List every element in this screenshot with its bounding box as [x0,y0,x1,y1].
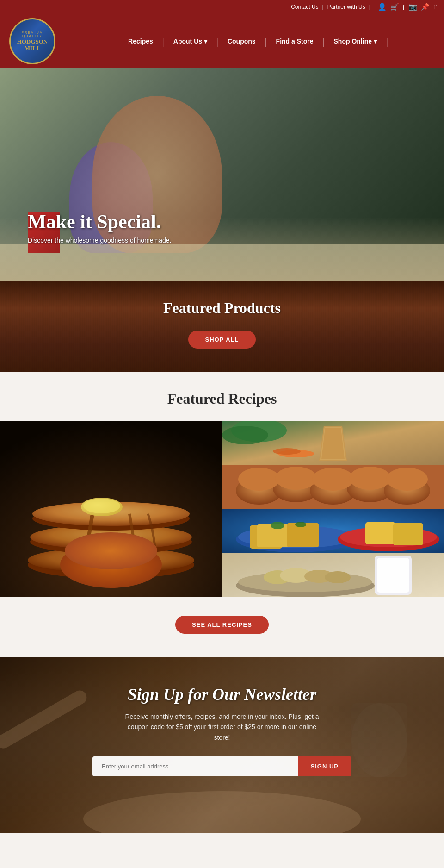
nav-coupons[interactable]: Coupons [219,33,264,50]
recipe-bread-rolls[interactable] [222,465,444,509]
twitter-icon[interactable]: 𝕣 [433,3,437,11]
contact-us-link[interactable]: Contact Us [291,4,318,10]
nav-sep-5: | [385,36,389,47]
cart-icon[interactable]: 🛒 [390,3,399,11]
hero-counter [0,244,444,281]
crumble-milk-illustration [222,553,444,597]
svg-rect-40 [393,523,423,545]
main-nav: PREMIUM QUALITY HODGSONMILL Recipes | Ab… [0,14,444,68]
newsletter-content: Sign Up for Our Newsletter Receive month… [18,685,426,776]
svg-point-16 [273,448,301,455]
cornbread-illustration [222,509,444,553]
newsletter-body: Receive monthly offers, recipes, and mor… [125,712,319,743]
smoothie-illustration [222,421,444,465]
hero-subtext: Discover the wholesome goodness of homem… [28,237,172,244]
recipe-crumble-milk[interactable] [222,553,444,597]
facebook-icon[interactable]: f [403,3,405,11]
sep-1: | [322,4,324,10]
instagram-icon[interactable]: 📷 [408,3,417,11]
nav-shop-online[interactable]: Shop Online ▾ [326,33,385,50]
recipe-cornbread[interactable] [222,509,444,553]
sep-2: | [369,4,370,10]
pinterest-icon[interactable]: 📌 [421,3,430,11]
top-bar: Contact Us | Partner with Us | 👤 🛒 f 📷 📌… [0,0,444,14]
svg-point-52 [325,571,351,583]
newsletter-section: Sign Up for Our Newsletter Receive month… [0,657,444,833]
svg-point-25 [238,468,280,491]
svg-rect-46 [377,558,409,593]
featured-products-heading: Featured Products [9,300,435,317]
svg-point-9 [83,499,120,513]
featured-products-section: Featured Products SHOP ALL [0,281,444,372]
social-icons: 👤 🛒 f 📷 📌 𝕣 [378,3,437,11]
svg-point-3 [28,547,194,573]
bread-rolls-illustration [222,465,444,509]
logo-wrap[interactable]: PREMIUM QUALITY HODGSONMILL [0,14,65,68]
recipe-pancakes[interactable] [0,421,222,597]
shop-all-button[interactable]: SHOP ALL [188,331,255,349]
partner-with-us-link[interactable]: Partner with Us [327,4,365,10]
see-all-recipes-button[interactable]: SEE ALL RECIPES [175,616,269,634]
nav-sep-2: | [216,36,219,47]
pancakes-illustration [0,421,222,597]
logo: PREMIUM QUALITY HODGSONMILL [9,18,56,64]
featured-recipes-section: Featured Recipes [0,372,444,657]
newsletter-email-input[interactable] [92,756,298,776]
nav-recipes[interactable]: Recipes [120,33,161,50]
recipe-grid [0,421,444,597]
svg-point-27 [312,468,354,491]
svg-point-28 [349,467,391,490]
svg-rect-39 [365,522,395,544]
logo-premium: PREMIUM QUALITY [11,31,54,37]
featured-recipes-heading: Featured Recipes [0,390,444,407]
newsletter-signup-button[interactable]: SIGN UP [298,756,352,776]
nav-sep-3: | [264,36,268,47]
hero-headline: Make it Special. [28,211,172,233]
recipe-smoothie[interactable] [222,421,444,465]
svg-point-18 [222,426,268,444]
svg-point-29 [386,468,428,491]
hero-section: Make it Special. Discover the wholesome … [0,68,444,281]
nav-find-store[interactable]: Find a Store [268,33,322,50]
recipes-cta: SEE ALL RECIPES [0,597,444,657]
nav-sep-1: | [161,36,165,47]
hero-text: Make it Special. Discover the wholesome … [28,211,172,244]
newsletter-heading: Sign Up for Our Newsletter [18,685,426,704]
recipe-right-col [222,421,444,597]
svg-marker-14 [321,428,345,459]
svg-point-26 [275,467,317,490]
user-icon[interactable]: 👤 [378,3,387,11]
logo-brand: HODGSONMILL [17,38,48,52]
newsletter-form: SIGN UP [92,756,352,776]
svg-point-42 [295,522,306,527]
nav-sep-4: | [322,36,326,47]
nav-links: Recipes | About Us ▾ | Coupons | Find a … [65,33,444,50]
nav-about-us[interactable]: About Us ▾ [165,33,216,50]
svg-point-41 [271,522,284,529]
